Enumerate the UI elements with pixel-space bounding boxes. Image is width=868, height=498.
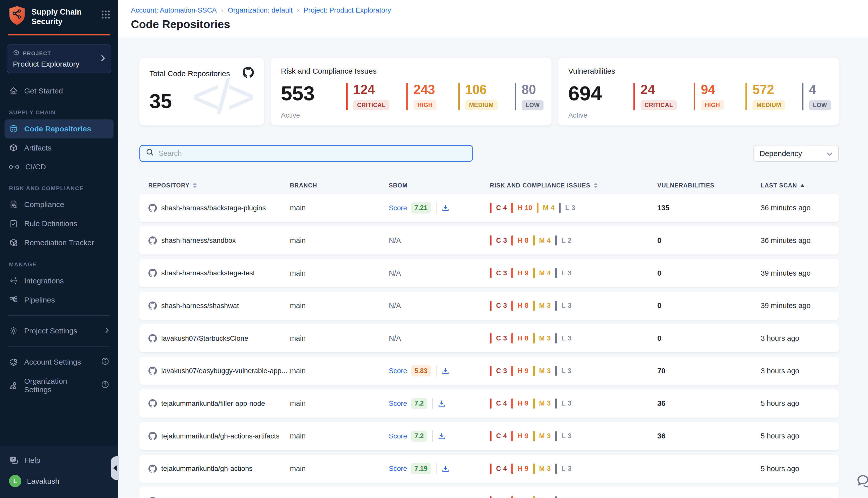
table-row[interactable]: tejakummarikuntla/filler-app-node main S… <box>139 390 839 418</box>
vulnerabilities-count: 0 <box>657 236 661 245</box>
chat-bubbles-icon <box>856 473 868 491</box>
card-title: Risk and Compliance Issues <box>281 67 541 75</box>
pipelines-icon <box>9 296 18 304</box>
severity-value: 3 <box>547 399 551 407</box>
sidebar-item-integrations[interactable]: Integrations <box>0 271 118 290</box>
download-sbom-icon[interactable] <box>438 399 445 407</box>
sidebar-item-rule-definitions[interactable]: Rule Definitions <box>0 214 118 233</box>
vulnerabilities-count: 0 <box>657 269 661 277</box>
sidebar-item-pipelines[interactable]: Pipelines <box>0 290 118 310</box>
table-row[interactable]: tejakummarikuntla/gh-actions-artifacts m… <box>139 422 839 450</box>
breadcrumb-organization[interactable]: Organization: default <box>228 6 293 14</box>
vulnerabilities-count: 2 <box>657 497 661 498</box>
repo-cell: shash-harness/sandbox <box>148 236 290 245</box>
severity-letter: L <box>565 204 569 212</box>
sidebar-item-get-started[interactable]: Get Started <box>0 81 118 101</box>
info-icon[interactable] <box>101 381 109 390</box>
sbom-cell: N/A <box>389 302 490 310</box>
table-header-row: REPOSITORY BRANCH SBOM RISK AND COMPLIAN… <box>139 177 839 194</box>
severity-bar <box>555 366 557 376</box>
branch-cell: main <box>290 269 389 277</box>
info-icon[interactable] <box>101 357 109 367</box>
clipboard-check-icon <box>9 219 18 228</box>
search-input[interactable] <box>159 149 467 158</box>
severity-bar <box>511 366 513 376</box>
section-supply-chain: SUPPLY CHAIN <box>0 101 118 119</box>
severity-value: 3 <box>568 432 572 440</box>
table-row[interactable]: tejakummarikuntla/gh-actions main Score7… <box>139 455 839 483</box>
table-row[interactable]: shash-harness/backstage-plugins main Sco… <box>139 194 839 222</box>
column-header-repository[interactable]: REPOSITORY <box>148 182 290 189</box>
table-row[interactable]: shash-harness/backstage-test main N/A C3… <box>139 259 839 287</box>
last-scan-value: 39 minutes ago <box>761 269 811 277</box>
sidebar-divider <box>8 346 110 346</box>
dependency-filter-dropdown[interactable]: Dependency <box>753 145 839 162</box>
severity-bar <box>555 398 557 408</box>
sidebar-item-account-settings[interactable]: Account Settings <box>0 352 118 372</box>
severity-letter: M <box>539 302 545 310</box>
sidebar-item-label: Compliance <box>24 200 64 209</box>
sidebar-item-artifacts[interactable]: Artifacts <box>0 139 118 158</box>
sbom-cell: N/A <box>389 269 490 277</box>
sidebar-item-project-settings[interactable]: Project Settings <box>0 322 118 340</box>
severity-value: 3 <box>568 270 572 277</box>
repo-name: shash-harness/shashwat <box>161 302 239 310</box>
column-header-issues[interactable]: RISK AND COMPLIANCE ISSUES <box>490 182 657 189</box>
sidebar-item-label: Artifacts <box>24 144 52 152</box>
severity-value: 4 <box>503 465 507 473</box>
issues-cell: C3H9M4L3 <box>490 496 657 498</box>
repo-name: tejakummarikuntla/filler-app-node <box>161 399 265 408</box>
severity-bar <box>490 333 492 343</box>
issues-cell: C4H9M3L3 <box>490 398 657 408</box>
repo-name: lavakush07/easybuggy-vulnerable-app... <box>161 367 287 375</box>
download-sbom-icon[interactable] <box>438 432 445 440</box>
sidebar-item-organization-settings[interactable]: Organization Settings <box>0 372 118 399</box>
download-sbom-icon[interactable] <box>442 465 449 473</box>
column-header-last-scan[interactable]: LAST SCAN <box>761 182 830 189</box>
table-row[interactable]: lavakush07/easybuggy-vulnerable-app... m… <box>139 357 839 385</box>
severity-bar <box>511 398 513 408</box>
sidebar-item-label: Project Settings <box>24 327 77 335</box>
user-menu[interactable]: L Lavakush <box>0 470 118 492</box>
severity-letter: M <box>539 399 545 407</box>
severity-value: 8 <box>525 237 529 245</box>
breadcrumb-project[interactable]: Project: Product Exploratory <box>304 6 391 14</box>
sidebar-item-code-repositories[interactable]: Code Repositories <box>4 119 113 139</box>
severity-badge: LOW <box>522 100 544 110</box>
sbom-cell: Score7.19 <box>389 463 490 474</box>
column-header-sbom[interactable]: SBOM <box>389 182 490 189</box>
severity-bar <box>511 431 513 441</box>
severity-value: 9 <box>525 432 529 440</box>
support-chat-widget[interactable] <box>856 473 868 494</box>
severity-bar <box>490 398 492 408</box>
project-selector[interactable]: PROJECT Product Exploratory <box>7 44 111 74</box>
sidebar-item-help[interactable]: ? Help <box>0 451 118 470</box>
github-icon <box>148 497 157 498</box>
section-risk-compliance: RISK AND COMPLIANCE <box>0 176 118 195</box>
search-icon <box>146 148 154 159</box>
sidebar-collapse-handle[interactable] <box>111 456 119 480</box>
table-row[interactable]: lavakush07/StarbucksClone main N/A C3H8M… <box>139 324 839 353</box>
severity-value: 9 <box>525 270 529 277</box>
app-switcher-grid-icon[interactable] <box>101 5 110 21</box>
table-row[interactable]: lavakush07/argocd-hub-spoke-demo main N/… <box>139 487 839 498</box>
sidebar-item-compliance[interactable]: Compliance <box>0 195 118 214</box>
download-sbom-icon[interactable] <box>442 204 449 212</box>
sidebar-item-remediation-tracker[interactable]: Remediation Tracker <box>0 233 118 252</box>
severity-letter: C <box>496 302 501 310</box>
branch-cell: main <box>290 302 389 310</box>
severity-value: 4 <box>551 204 555 212</box>
github-icon <box>148 204 157 212</box>
breadcrumb-account[interactable]: Account: Automation-SSCA <box>131 6 217 14</box>
repo-name: tejakummarikuntla/gh-actions <box>161 464 253 473</box>
github-icon <box>148 464 157 473</box>
severity-bar <box>537 203 538 213</box>
table-row[interactable]: shash-harness/sandbox main N/A C3H8M4L2 … <box>139 226 839 254</box>
sidebar-item-label: Get Started <box>24 87 63 95</box>
table-row[interactable]: shash-harness/shashwat main N/A C3H8M3L3… <box>139 292 839 320</box>
sidebar-item-cicd[interactable]: CI/CD <box>0 158 118 176</box>
severity-letter: M <box>539 465 545 473</box>
column-header-branch[interactable]: BRANCH <box>290 182 389 189</box>
column-header-vulnerabilities[interactable]: VULNERABILITIES <box>657 182 761 189</box>
download-sbom-icon[interactable] <box>442 367 449 375</box>
